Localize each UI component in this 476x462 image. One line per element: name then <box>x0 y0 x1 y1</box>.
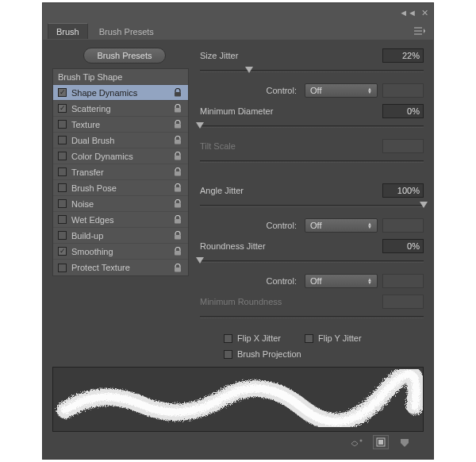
angle-jitter-control-select[interactable]: Off▲▼ <box>305 218 378 233</box>
tab-brush-presets[interactable]: Brush Presets <box>91 24 162 39</box>
lock-icon[interactable] <box>172 152 183 160</box>
panel-tabs: Brush Brush Presets <box>43 22 433 40</box>
option-scattering[interactable]: ✓Scattering <box>53 101 188 117</box>
panel-topbar: ◄◄ ✕ <box>43 3 433 22</box>
panel-body: Brush Presets Brush Tip Shape ✓Shape Dyn… <box>43 40 433 459</box>
tilt-scale-value <box>382 139 424 153</box>
flip-x-jitter-checkbox[interactable]: Flip X Jitter <box>224 333 281 343</box>
size-jitter-value[interactable]: 22% <box>382 48 424 63</box>
min-roundness-slider <box>200 313 424 324</box>
svg-rect-2 <box>175 124 181 129</box>
checkbox[interactable] <box>58 136 67 144</box>
size-control-extra <box>382 83 424 98</box>
lock-icon[interactable] <box>172 136 183 144</box>
collapse-icon[interactable]: ◄◄ <box>399 8 416 17</box>
option-brush-pose[interactable]: Brush Pose <box>53 180 188 196</box>
option-shape-dynamics[interactable]: ✓Shape Dynamics <box>53 85 188 101</box>
lock-icon[interactable] <box>172 264 183 272</box>
option-color-dynamics[interactable]: Color Dynamics <box>53 148 188 164</box>
flip-y-jitter-checkbox[interactable]: Flip Y Jitter <box>305 333 362 343</box>
option-label: Smoothing <box>71 247 167 256</box>
min-diameter-value[interactable]: 0% <box>382 104 424 118</box>
checkbox[interactable] <box>58 183 67 192</box>
lock-icon[interactable] <box>172 215 183 224</box>
size-jitter-control-select[interactable]: Off▲▼ <box>305 83 378 98</box>
checkbox[interactable] <box>58 199 67 208</box>
min-roundness-value <box>382 295 424 309</box>
lock-icon[interactable] <box>172 167 183 176</box>
svg-rect-4 <box>175 156 181 160</box>
size-jitter-label: Size Jitter <box>200 51 378 60</box>
brush-options-sidebar: Brush Presets Brush Tip Shape ✓Shape Dyn… <box>52 48 189 359</box>
reset-icon[interactable] <box>397 435 413 449</box>
option-build-up[interactable]: Build-up <box>53 228 188 244</box>
checkbox[interactable]: ✓ <box>58 88 67 97</box>
angle-jitter-slider[interactable] <box>200 202 424 213</box>
lock-icon[interactable] <box>172 199 183 208</box>
checkbox[interactable] <box>58 120 67 129</box>
option-label: Dual Brush <box>71 136 167 145</box>
roundness-jitter-control-select[interactable]: Off▲▼ <box>305 274 378 288</box>
close-icon[interactable]: ✕ <box>421 8 428 18</box>
option-smoothing[interactable]: ✓Smoothing <box>53 244 188 260</box>
angle-control-extra <box>382 218 424 233</box>
option-noise[interactable]: Noise <box>53 196 188 212</box>
checkbox[interactable] <box>58 231 67 240</box>
tilt-scale-row: Tilt Scale <box>200 138 424 154</box>
svg-rect-10 <box>175 251 181 256</box>
checkbox[interactable] <box>58 167 67 176</box>
brush-panel: ◄◄ ✕ Brush Brush Presets Brush Presets B… <box>43 3 433 459</box>
checkbox[interactable]: ✓ <box>58 104 67 113</box>
toggle-live-preview-icon[interactable] <box>349 435 365 449</box>
lock-icon[interactable] <box>172 120 183 129</box>
option-label: Texture <box>71 120 167 129</box>
size-jitter-row: Size Jitter 22% <box>200 48 424 64</box>
option-dual-brush[interactable]: Dual Brush <box>53 133 188 148</box>
new-preset-icon[interactable] <box>373 435 389 449</box>
svg-rect-5 <box>175 171 181 176</box>
option-texture[interactable]: Texture <box>53 117 188 133</box>
panel-menu-icon[interactable] <box>414 27 425 35</box>
option-label: Color Dynamics <box>71 152 167 161</box>
lock-icon[interactable] <box>172 247 183 256</box>
option-label: Brush Pose <box>71 183 167 193</box>
option-transfer[interactable]: Transfer <box>53 164 188 180</box>
checkbox[interactable]: ✓ <box>58 247 67 256</box>
svg-rect-9 <box>175 235 181 240</box>
roundness-jitter-control-row: Control: Off▲▼ <box>200 273 424 289</box>
size-jitter-slider[interactable] <box>200 67 424 78</box>
angle-jitter-row: Angle Jitter 100% <box>200 183 424 198</box>
lock-icon[interactable] <box>172 231 183 240</box>
lock-icon[interactable] <box>172 183 183 192</box>
roundness-jitter-row: Roundness Jitter 0% <box>200 238 424 254</box>
brush-options-list: Brush Tip Shape ✓Shape Dynamics✓Scatteri… <box>52 68 189 276</box>
option-protect-texture[interactable]: Protect Texture <box>53 260 188 275</box>
option-label: Scattering <box>71 104 167 114</box>
roundness-control-extra <box>382 274 424 288</box>
brush-projection-checkbox[interactable]: Brush Projection <box>224 349 301 359</box>
option-label: Wet Edges <box>71 215 167 225</box>
svg-rect-7 <box>175 203 181 208</box>
option-brush-tip-shape[interactable]: Brush Tip Shape <box>53 69 188 85</box>
tab-brush[interactable]: Brush <box>48 23 88 39</box>
lock-icon[interactable] <box>172 88 183 97</box>
min-diameter-slider[interactable] <box>200 122 424 133</box>
tilt-scale-slider <box>200 157 424 168</box>
svg-rect-0 <box>175 92 181 97</box>
roundness-jitter-value[interactable]: 0% <box>382 239 424 253</box>
brush-presets-button[interactable]: Brush Presets <box>83 48 165 64</box>
size-jitter-control-row: Control: Off▲▼ <box>200 83 424 98</box>
option-wet-edges[interactable]: Wet Edges <box>53 212 188 228</box>
roundness-jitter-slider[interactable] <box>200 257 424 268</box>
checkbox[interactable] <box>58 215 67 224</box>
svg-rect-11 <box>175 268 181 272</box>
min-roundness-row: Minimum Roundness <box>200 294 424 310</box>
panel-footer <box>52 432 424 452</box>
angle-jitter-value[interactable]: 100% <box>382 183 424 198</box>
brush-stroke-preview <box>52 367 424 432</box>
svg-rect-14 <box>378 440 383 445</box>
checkbox[interactable] <box>58 152 67 160</box>
checkbox[interactable] <box>58 264 67 272</box>
brush-projection-row: Brush Projection <box>200 349 424 359</box>
lock-icon[interactable] <box>172 104 183 113</box>
